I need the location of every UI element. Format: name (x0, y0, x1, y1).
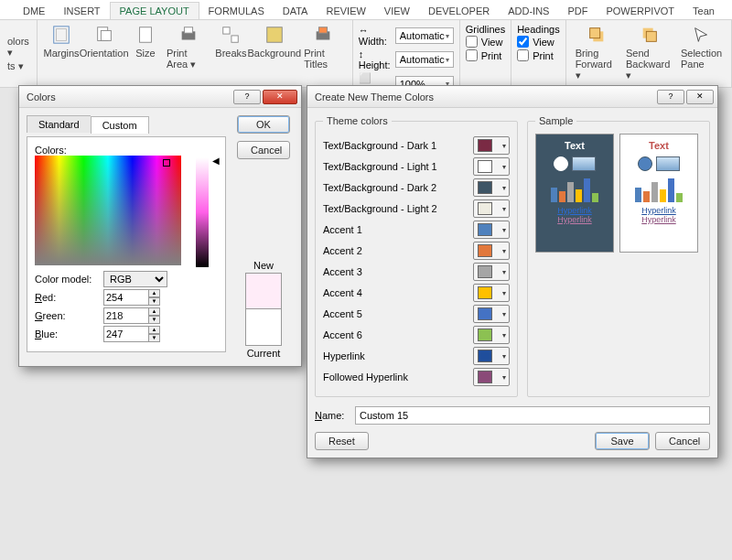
ribbon-tabs: DME INSERT PAGE LAYOUT FORMULAS DATA REV… (0, 0, 732, 20)
theme-color-picker[interactable] (473, 347, 510, 365)
tab-insert[interactable]: INSERT (54, 3, 109, 19)
tab-view[interactable]: VIEW (375, 3, 419, 19)
current-color-swatch (245, 309, 282, 346)
red-up[interactable]: ▲ (148, 289, 160, 297)
size-button[interactable]: Size (128, 22, 163, 60)
theme-color-label: Accent 6 (323, 329, 473, 340)
green-input[interactable] (103, 307, 149, 324)
theme-color-picker[interactable] (473, 136, 510, 155)
blue-up[interactable]: ▲ (148, 326, 160, 334)
theme-color-row: Text/Background - Light 2 (323, 199, 510, 218)
width-dropdown[interactable]: Automatic (395, 27, 454, 44)
theme-color-row: Text/Background - Dark 2 (323, 178, 510, 197)
theme-color-picker[interactable] (473, 221, 510, 239)
tab-custom[interactable]: Custom (91, 116, 149, 134)
gridlines-label: Gridlines (466, 24, 505, 35)
theme-color-label: Hyperlink (323, 350, 473, 361)
cancel-button[interactable]: Cancel (237, 141, 290, 159)
gridlines-print-checkbox[interactable]: Print (466, 49, 502, 61)
themes-fonts-button[interactable]: ts ▾ (5, 59, 26, 73)
color-gradient-picker[interactable] (35, 156, 181, 265)
new-color-swatch (245, 273, 282, 309)
theme-colors-dialog: Create New Theme Colors ? ✕ Theme colors… (307, 85, 718, 458)
tab-standard[interactable]: Standard (27, 115, 91, 133)
green-down[interactable]: ▼ (148, 316, 160, 324)
theme-color-picker[interactable] (473, 368, 510, 386)
theme-color-picker[interactable] (473, 326, 510, 344)
breaks-button[interactable]: Breaks (213, 22, 248, 60)
breaks-icon (220, 24, 242, 46)
colors-dialog-title: Colors (27, 92, 231, 102)
cancel-button[interactable]: Cancel (655, 432, 710, 450)
orientation-button[interactable]: Orientation (80, 22, 128, 60)
margins-icon (50, 24, 72, 46)
theme-color-label: Text/Background - Light 1 (323, 161, 473, 172)
red-down[interactable]: ▼ (148, 297, 160, 306)
tab-formulas[interactable]: FORMULAS (199, 3, 274, 19)
new-color-label: New (233, 260, 294, 271)
theme-color-label: Text/Background - Dark 1 (323, 140, 473, 151)
sample-light-card: Text Hyperlink Hyperlink (619, 134, 698, 253)
theme-color-row: Text/Background - Dark 1 (323, 136, 510, 155)
tab-data[interactable]: DATA (274, 3, 318, 19)
luminance-pointer-icon: ◀ (212, 156, 220, 166)
reset-button[interactable]: Reset (315, 432, 369, 450)
close-button[interactable]: ✕ (263, 90, 297, 104)
height-dropdown[interactable]: Automatic (395, 51, 454, 68)
tab-home[interactable]: DME (14, 3, 54, 19)
print-titles-button[interactable]: Print Titles (300, 22, 347, 71)
tab-review[interactable]: REVIEW (317, 3, 374, 19)
ok-button[interactable]: OK (237, 115, 290, 134)
theme-color-picker[interactable] (473, 284, 510, 302)
headings-view-checkbox[interactable]: View (517, 36, 554, 48)
color-model-select[interactable]: RGB (103, 271, 167, 287)
svg-rect-6 (184, 27, 192, 33)
theme-color-row: Text/Background - Light 1 (323, 157, 510, 176)
themes-colors-button[interactable]: olors ▾ (5, 35, 31, 59)
blue-input[interactable] (103, 326, 149, 342)
margins-button[interactable]: Margins (43, 22, 80, 60)
theme-color-picker[interactable] (473, 242, 510, 260)
help-button[interactable]: ? (233, 90, 261, 104)
print-area-button[interactable]: Print Area ▾ (163, 22, 214, 72)
send-backward-icon (639, 24, 661, 46)
theme-color-row: Accent 4 (323, 284, 510, 302)
tab-pdf[interactable]: PDF (558, 3, 597, 19)
tab-developer[interactable]: DEVELOPER (419, 3, 499, 19)
theme-color-picker[interactable] (473, 178, 510, 197)
blue-down[interactable]: ▼ (148, 334, 160, 342)
svg-rect-7 (223, 27, 230, 34)
tab-powerpivot[interactable]: POWERPIVOT (597, 3, 684, 19)
bring-forward-button[interactable]: Bring Forward ▾ (572, 22, 622, 83)
save-button[interactable]: Save (595, 432, 650, 450)
theme-color-picker[interactable] (473, 199, 510, 218)
tab-addins[interactable]: ADD-INS (499, 3, 558, 19)
send-backward-button[interactable]: Send Backward ▾ (622, 22, 677, 83)
green-up[interactable]: ▲ (148, 307, 160, 316)
theme-name-input[interactable] (355, 406, 710, 425)
theme-color-label: Accent 2 (323, 245, 473, 256)
theme-color-picker[interactable] (473, 305, 510, 323)
selection-pane-button[interactable]: Selection Pane (677, 22, 726, 71)
theme-color-label: Text/Background - Light 2 (323, 203, 473, 214)
theme-color-picker[interactable] (473, 263, 510, 281)
help-button[interactable]: ? (657, 90, 684, 104)
theme-color-label: Followed Hyperlink (323, 372, 473, 382)
theme-color-label: Text/Background - Dark 2 (323, 182, 473, 193)
bring-forward-icon (586, 24, 608, 46)
red-input[interactable] (103, 289, 149, 306)
sample-legend: Sample (535, 115, 576, 126)
close-button[interactable]: ✕ (686, 90, 714, 104)
tab-team[interactable]: Tean (684, 3, 724, 19)
background-button[interactable]: Background (248, 22, 300, 60)
headings-print-checkbox[interactable]: Print (517, 49, 554, 61)
theme-color-label: Accent 5 (323, 308, 473, 319)
headings-label: Headings (517, 24, 559, 35)
sample-dark-card: Text Hyperlink Hyperlink (535, 134, 614, 253)
luminance-slider[interactable] (196, 157, 209, 267)
tab-page-layout[interactable]: PAGE LAYOUT (110, 2, 199, 19)
theme-color-row: Accent 3 (323, 263, 510, 281)
gridlines-view-checkbox[interactable]: View (466, 36, 503, 48)
theme-dialog-title: Create New Theme Colors (315, 92, 655, 102)
theme-color-picker[interactable] (473, 157, 510, 176)
